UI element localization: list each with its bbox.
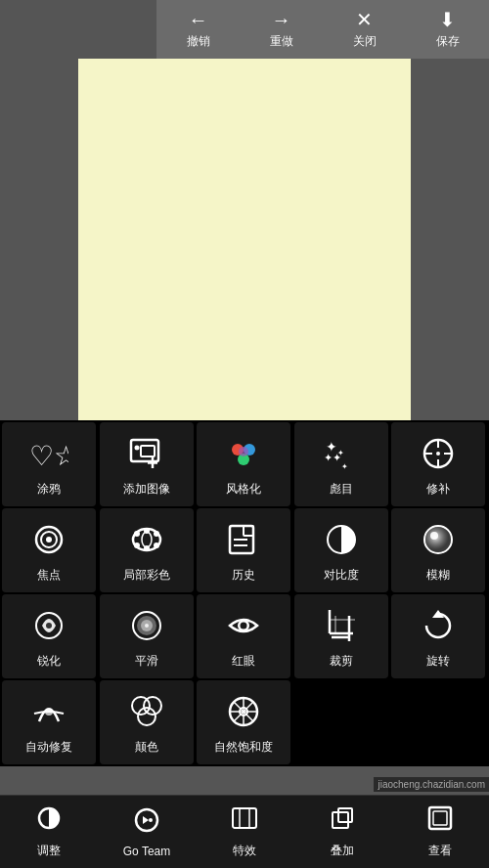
tool-contrast[interactable]: 对比度 — [294, 508, 388, 592]
svg-point-40 — [46, 623, 52, 629]
save-button[interactable]: ⬇ 保存 — [406, 0, 489, 59]
local-color-label: 局部彩色 — [123, 567, 170, 584]
focus-label: 焦点 — [37, 567, 61, 584]
tool-focus[interactable]: 焦点 — [2, 508, 96, 592]
smooth-label: 平滑 — [135, 653, 158, 670]
svg-text:♡☆: ♡☆ — [29, 441, 68, 471]
red-eye-label: 红眼 — [232, 653, 255, 670]
doodle-icon: ♡☆ — [27, 432, 70, 475]
close-icon: ✕ — [356, 10, 373, 29]
stylize-label: 风格化 — [226, 481, 261, 498]
svg-text:✦: ✦ — [326, 439, 337, 455]
nav-border[interactable]: 查看 — [396, 804, 484, 859]
blur-label: 模糊 — [426, 567, 450, 584]
auto-fix-label: 自动修复 — [25, 739, 72, 756]
canvas-area — [0, 0, 489, 420]
nav-effects[interactable]: 特效 — [200, 804, 289, 859]
tool-smooth[interactable]: 平滑 — [100, 594, 194, 678]
nav-effects-label: 特效 — [233, 843, 256, 859]
nav-border-label: 查看 — [428, 843, 452, 859]
svg-point-38 — [430, 532, 438, 540]
stylize-icon — [222, 432, 265, 475]
tool-color[interactable]: 颠色 — [100, 680, 194, 764]
close-button[interactable]: ✕ 关闭 — [323, 0, 406, 59]
tool-repair[interactable]: 修补 — [391, 422, 485, 506]
sharpen-icon — [27, 604, 70, 647]
svg-point-44 — [145, 624, 149, 628]
tool-doodle[interactable]: ♡☆ 涂鸦 — [2, 422, 96, 506]
tool-auto-fix[interactable]: 自动修复 — [2, 680, 96, 764]
svg-point-46 — [241, 622, 247, 629]
nav-go-team[interactable]: Go Team — [103, 806, 191, 858]
nav-overlay[interactable]: 叠加 — [298, 804, 386, 859]
svg-rect-73 — [433, 811, 447, 825]
sharpen-label: 锐化 — [37, 653, 61, 670]
redo-label: 重做 — [270, 33, 293, 50]
enhance-label: 彪目 — [330, 481, 353, 498]
svg-rect-70 — [333, 812, 348, 828]
tools-area: ♡☆ 涂鸦 添加图像 风格化 — [0, 420, 489, 766]
undo-button[interactable]: ← 撤销 — [156, 0, 240, 59]
svg-point-37 — [425, 527, 451, 552]
svg-text:✦: ✦ — [337, 449, 344, 457]
canvas-paper — [78, 59, 411, 450]
adjust-icon — [35, 804, 63, 839]
svg-text:✦: ✦ — [341, 462, 348, 471]
svg-point-24 — [142, 532, 152, 547]
svg-point-30 — [144, 545, 150, 551]
blur-icon — [417, 518, 460, 561]
tool-enhance[interactable]: ✦✦ ✦ ✦ ✦ 彪目 — [294, 422, 388, 506]
svg-point-54 — [45, 708, 53, 716]
border-icon — [426, 804, 454, 839]
svg-point-22 — [46, 537, 52, 542]
svg-point-66 — [149, 818, 153, 822]
save-icon: ⬇ — [439, 10, 456, 29]
tool-add-image[interactable]: 添加图像 — [100, 422, 194, 506]
contrast-label: 对比度 — [324, 567, 359, 584]
svg-point-29 — [144, 528, 150, 534]
repair-icon — [417, 432, 460, 475]
rotate-label: 旋转 — [426, 653, 450, 670]
redo-icon: → — [272, 10, 291, 29]
tool-rotate[interactable]: 旋转 — [391, 594, 485, 678]
svg-point-57 — [138, 708, 156, 725]
tool-crop[interactable]: 裁剪 — [294, 594, 388, 678]
svg-rect-71 — [338, 808, 352, 822]
add-image-icon — [125, 432, 168, 475]
undo-icon: ← — [189, 10, 208, 29]
enhance-icon: ✦✦ ✦ ✦ ✦ — [320, 432, 363, 475]
svg-point-3 — [134, 445, 139, 450]
auto-fix-icon — [27, 690, 70, 733]
close-label: 关闭 — [353, 33, 377, 50]
redo-button[interactable]: → 重做 — [240, 0, 323, 59]
svg-point-27 — [134, 542, 140, 548]
crop-icon — [320, 604, 363, 647]
tool-sharpen[interactable]: 锐化 — [2, 594, 96, 678]
tool-saturation[interactable]: 自然饱和度 — [197, 680, 290, 764]
svg-point-15 — [436, 452, 440, 456]
svg-point-26 — [154, 531, 159, 537]
top-toolbar: ← 撤销 → 重做 ✕ 关闭 ⬇ 保存 — [156, 0, 489, 59]
nav-go-team-label: Go Team — [123, 845, 170, 858]
tool-red-eye[interactable]: 红眼 — [197, 594, 290, 678]
tool-local-color[interactable]: 局部彩色 — [100, 508, 194, 592]
tool-history[interactable]: 历史 — [197, 508, 290, 592]
watermark: jiaocheng.chazidian.com — [374, 777, 489, 792]
nav-adjust[interactable]: 调整 — [5, 804, 93, 859]
effects-icon — [231, 804, 258, 839]
svg-rect-2 — [141, 446, 155, 456]
nav-overlay-label: 叠加 — [331, 843, 354, 859]
svg-rect-67 — [233, 808, 256, 828]
contrast-icon — [320, 518, 363, 561]
svg-point-28 — [154, 542, 159, 548]
saturation-icon — [222, 690, 265, 733]
undo-label: 撤销 — [187, 33, 210, 50]
history-label: 历史 — [232, 567, 255, 584]
color-label: 颠色 — [135, 739, 158, 756]
repair-label: 修补 — [426, 481, 450, 498]
tool-stylize[interactable]: 风格化 — [197, 422, 290, 506]
overlay-icon — [329, 804, 356, 839]
smooth-icon — [125, 604, 168, 647]
tool-blur[interactable]: 模糊 — [391, 508, 485, 592]
go-team-icon — [133, 806, 160, 841]
